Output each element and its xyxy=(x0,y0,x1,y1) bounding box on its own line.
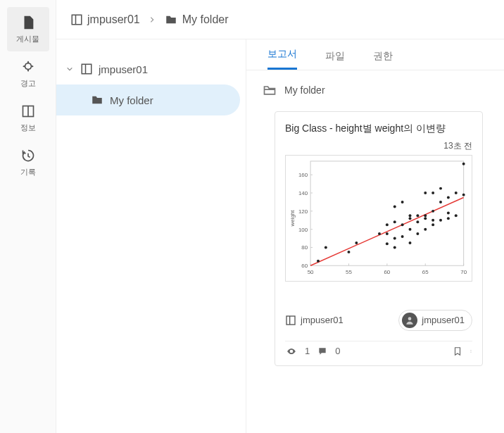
svg-point-58 xyxy=(431,209,434,212)
tree-item-folder[interactable]: My folder xyxy=(56,84,240,115)
svg-text:70: 70 xyxy=(460,269,467,275)
history-icon xyxy=(20,147,37,164)
breadcrumb-root-label: jmpuser01 xyxy=(87,13,140,26)
folder-open-icon xyxy=(262,83,277,97)
svg-point-53 xyxy=(424,217,427,220)
svg-text:65: 65 xyxy=(422,269,429,275)
svg-point-31 xyxy=(325,246,327,249)
svg-point-67 xyxy=(455,192,458,194)
svg-point-72 xyxy=(408,317,412,320)
svg-text:100: 100 xyxy=(298,226,308,232)
svg-text:60: 60 xyxy=(384,269,390,275)
svg-text:55: 55 xyxy=(346,269,352,275)
svg-point-55 xyxy=(424,192,427,194)
space-icon xyxy=(285,315,296,326)
space-icon xyxy=(70,13,83,26)
svg-point-48 xyxy=(409,214,412,217)
svg-point-57 xyxy=(431,218,434,221)
tab-reports[interactable]: 보고서 xyxy=(267,48,297,70)
svg-point-32 xyxy=(348,251,351,253)
card-space-label: jmpuser01 xyxy=(301,315,344,325)
tree-folder-label: My folder xyxy=(110,94,153,106)
svg-point-47 xyxy=(409,217,412,220)
svg-point-36 xyxy=(386,232,389,235)
card-title: Big Class - height별 weight의 이변량 xyxy=(285,122,472,136)
svg-point-66 xyxy=(455,214,458,217)
sidebar-item-history[interactable]: 기록 xyxy=(7,140,49,184)
svg-line-29 xyxy=(310,197,464,265)
svg-text:60: 60 xyxy=(301,263,308,269)
avatar-icon xyxy=(402,313,417,328)
svg-rect-4 xyxy=(82,64,92,74)
card-footer: jmpuser01 jmpuser01 xyxy=(285,303,472,337)
comments-count: 0 xyxy=(335,346,340,356)
svg-rect-2 xyxy=(72,15,82,25)
alert-icon xyxy=(20,58,37,75)
svg-point-35 xyxy=(386,242,389,245)
sidebar-label: 경고 xyxy=(20,78,36,89)
svg-point-40 xyxy=(393,220,396,223)
svg-point-52 xyxy=(424,227,427,230)
tree-root-label: jmpuser01 xyxy=(99,63,148,75)
tab-permissions[interactable]: 권한 xyxy=(373,50,393,70)
author-name: jmpuser01 xyxy=(422,315,465,325)
svg-text:120: 120 xyxy=(298,208,308,214)
svg-point-65 xyxy=(447,196,450,199)
tree-root[interactable]: jmpuser01 xyxy=(56,54,246,84)
sidebar-label: 정보 xyxy=(20,123,36,133)
card-space[interactable]: jmpuser01 xyxy=(285,315,344,326)
scatter-chart: 60801001201401605055606570 xyxy=(286,156,472,281)
svg-text:140: 140 xyxy=(298,190,308,196)
current-folder-row[interactable]: My folder xyxy=(246,70,504,104)
svg-point-63 xyxy=(447,217,450,220)
y-axis-label: weight xyxy=(289,210,296,226)
chevron-down-icon[interactable] xyxy=(66,65,75,73)
sidebar-item-alerts[interactable]: 경고 xyxy=(7,51,49,96)
tab-files[interactable]: 파일 xyxy=(325,50,345,70)
svg-point-60 xyxy=(439,218,442,221)
sidebar-label: 게시물 xyxy=(16,34,39,44)
svg-point-49 xyxy=(416,232,419,235)
svg-point-43 xyxy=(401,223,404,226)
svg-point-42 xyxy=(401,235,404,238)
folder-icon xyxy=(90,94,104,106)
svg-point-68 xyxy=(462,193,465,196)
svg-point-59 xyxy=(431,192,434,194)
card-timestamp: 13초 전 xyxy=(285,140,472,152)
chart-thumbnail: weight 60801001201401605055606570 xyxy=(285,155,472,282)
report-card[interactable]: Big Class - height별 weight의 이변량 13초 전 we… xyxy=(275,111,483,366)
svg-point-75 xyxy=(471,352,472,353)
svg-point-74 xyxy=(471,351,472,351)
info-icon xyxy=(20,103,37,120)
svg-point-39 xyxy=(393,237,396,239)
content-tabs: 보고서 파일 권한 xyxy=(246,39,504,70)
main-sidebar: 게시물 경고 정보 기록 xyxy=(0,0,56,433)
svg-text:160: 160 xyxy=(298,172,308,178)
svg-point-46 xyxy=(409,227,412,230)
svg-point-30 xyxy=(317,259,320,262)
comments-icon xyxy=(317,346,328,356)
views-count: 1 xyxy=(305,346,310,356)
bookmark-button[interactable] xyxy=(453,346,462,357)
author-chip[interactable]: jmpuser01 xyxy=(398,310,472,331)
svg-point-33 xyxy=(355,241,358,244)
svg-point-62 xyxy=(439,187,442,189)
sidebar-item-posts[interactable]: 게시물 xyxy=(7,7,49,51)
svg-point-38 xyxy=(393,246,396,249)
breadcrumb-folder[interactable]: My folder xyxy=(164,13,229,26)
more-button[interactable] xyxy=(470,346,472,357)
svg-text:50: 50 xyxy=(308,269,314,275)
card-actions: 1 0 xyxy=(285,341,472,361)
posts-icon xyxy=(20,14,37,31)
space-icon xyxy=(80,63,93,75)
svg-rect-6 xyxy=(310,161,464,265)
svg-point-50 xyxy=(416,220,419,223)
folder-name: My folder xyxy=(284,84,325,96)
folder-icon xyxy=(164,13,178,26)
svg-point-51 xyxy=(416,214,419,217)
svg-point-69 xyxy=(462,162,465,165)
views-icon xyxy=(285,346,298,356)
svg-point-37 xyxy=(386,223,389,226)
breadcrumb-root[interactable]: jmpuser01 xyxy=(70,13,140,26)
sidebar-item-info[interactable]: 정보 xyxy=(7,96,49,140)
